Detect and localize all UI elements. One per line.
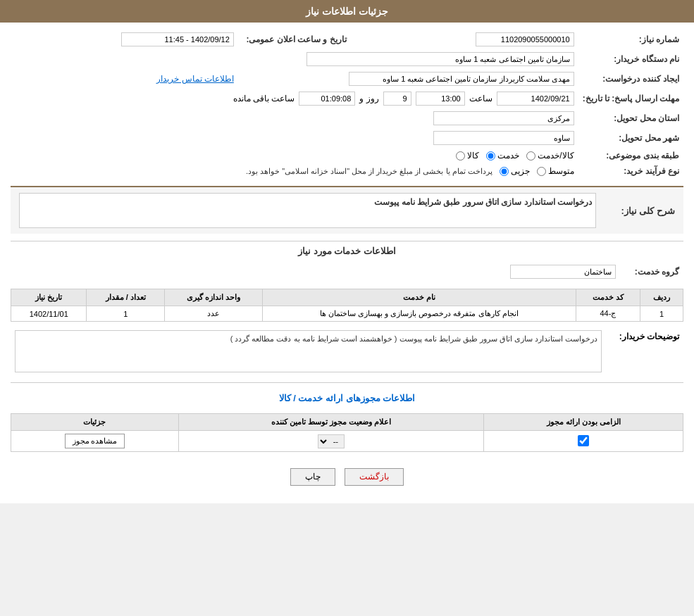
page-header: جزئیات اطلاعات نیاز (0, 0, 694, 23)
cell-name: انجام کارهای متفرقه درخصوص بازسازی و بهس… (262, 306, 576, 322)
table-row: 1 ج-44 انجام کارهای متفرقه درخصوص بازساز… (11, 306, 683, 322)
buyer-org-input[interactable] (306, 52, 574, 66)
perm-col-required: الزامی بودن ارائه مجوز (484, 414, 683, 431)
permissions-section-title: اطلاعات مجوزهای ارائه خدمت / کالا (11, 389, 683, 408)
footer-buttons: بازگشت چاپ (11, 458, 683, 496)
subject-type-value: کالا/خدمت خدمت کالا (11, 148, 578, 163)
purchase-radio-small-input[interactable] (500, 167, 509, 176)
col-header-name: نام خدمت (262, 289, 576, 306)
subject-radio-khedmat-input[interactable] (486, 151, 495, 161)
perm-details-cell: مشاهده مجوز (11, 431, 179, 452)
deadline-value: ساعت روز و ساعت باقی مانده (11, 89, 578, 108)
purchase-type-note: پرداخت تمام یا بخشی از مبلغ خریدار از مح… (246, 167, 492, 176)
subject-radio-khedmat-label: خدمت (497, 151, 519, 161)
subject-radio-kala-input[interactable] (456, 151, 465, 161)
col-header-row: ردیف (640, 289, 683, 306)
service-group-value (11, 262, 620, 282)
need-description-section: شرح کلی نیاز: درخواست استاندارد سازی اتا… (11, 186, 683, 234)
time-label: ساعت (469, 94, 492, 103)
cell-unit: عدد (165, 306, 263, 322)
service-group-input[interactable] (510, 265, 616, 279)
purchase-radio-medium[interactable]: متوسط (537, 166, 574, 176)
purchase-radio-medium-input[interactable] (537, 167, 546, 176)
delivery-province-value (11, 108, 578, 128)
buyer-notes-label: توضیحات خریدار: (606, 327, 683, 375)
deadline-days-input[interactable] (383, 92, 411, 106)
page-container: جزئیات اطلاعات نیاز شماره نیاز: تاریخ و … (0, 0, 694, 503)
back-button[interactable]: بازگشت (345, 468, 404, 486)
need-description-table: شرح کلی نیاز: درخواست استاندارد سازی اتا… (18, 191, 676, 230)
purchase-radio-small[interactable]: جزیی (500, 166, 530, 176)
cell-qty: 1 (87, 306, 165, 322)
need-description-label: شرح کلی نیاز: (597, 193, 675, 228)
subject-radio-kala-khedmat-input[interactable] (526, 151, 535, 161)
print-button[interactable]: چاپ (290, 468, 335, 486)
buyer-org-label: نام دستگاه خریدار: (578, 49, 683, 69)
purchase-small-label: جزیی (511, 166, 530, 176)
perm-table-row: -- مشاهده مجوز (11, 431, 683, 452)
col-header-unit: واحد اندازه گیری (165, 289, 263, 306)
subject-radio-kala-khedmat[interactable]: کالا/خدمت (526, 151, 574, 161)
buyer-notes-value: درخواست استاندارد سازی اتاق سرور طبق شرا… (11, 327, 606, 375)
subject-type-label: طبقه بندی موضوعی: (578, 148, 683, 163)
need-description-value: درخواست استاندارد سازی اتاق سرور طبق شرا… (19, 193, 596, 228)
info-table: شماره نیاز: تاریخ و ساعت اعلان عمومی: نا… (11, 30, 683, 179)
purchase-type-value: متوسط جزیی پرداخت تمام یا بخشی از مبلغ خ… (11, 163, 578, 179)
delivery-city-value (11, 128, 578, 148)
subject-radio-kala[interactable]: کالا (456, 151, 479, 161)
creator-input[interactable] (349, 72, 574, 86)
deadline-remaining-input[interactable] (299, 92, 355, 106)
creator-label: ایجاد کننده درخواست: (578, 69, 683, 89)
creator-value (238, 69, 578, 89)
remaining-label: ساعت باقی مانده (233, 94, 295, 103)
perm-status-select[interactable]: -- (318, 434, 345, 448)
contact-link-cell: اطلاعات تماس خریدار (11, 69, 238, 89)
subject-radio-kala-label: کالا (467, 151, 479, 161)
services-section-title: اطلاعات خدمات مورد نیاز (11, 241, 683, 256)
service-group-table: گروه خدمت: (11, 262, 683, 282)
buyer-notes-table: توضیحات خریدار: درخواست استاندارد سازی ا… (11, 327, 683, 375)
contact-info-link[interactable]: اطلاعات تماس خریدار (156, 74, 234, 84)
need-number-label: شماره نیاز: (578, 30, 683, 49)
view-permit-button[interactable]: مشاهده مجوز (65, 434, 125, 448)
buyer-org-value (11, 49, 578, 69)
col-header-code: کد خدمت (576, 289, 640, 306)
main-content: شماره نیاز: تاریخ و ساعت اعلان عمومی: نا… (0, 23, 694, 503)
cell-code: ج-44 (576, 306, 640, 322)
announcement-date-input[interactable] (121, 32, 234, 46)
delivery-city-label: شهر محل تحویل: (578, 128, 683, 148)
perm-required-checkbox[interactable] (578, 435, 589, 446)
divider (11, 382, 683, 383)
cell-date: 1402/11/01 (11, 306, 87, 322)
delivery-province-label: استان محل تحویل: (578, 108, 683, 128)
service-group-label: گروه خدمت: (620, 262, 683, 282)
services-table: ردیف کد خدمت نام خدمت واحد اندازه گیری ت… (11, 289, 683, 322)
delivery-province-input[interactable] (433, 111, 574, 125)
subject-radio-kala-khedmat-label: کالا/خدمت (538, 151, 574, 161)
col-header-qty: تعداد / مقدار (87, 289, 165, 306)
need-number-input[interactable] (476, 32, 574, 46)
purchase-type-label: نوع فرآیند خرید: (578, 163, 683, 179)
announcement-date-label: تاریخ و ساعت اعلان عمومی: (238, 30, 351, 49)
purchase-medium-label: متوسط (548, 166, 574, 176)
buyer-notes-text: درخواست استاندارد سازی اتاق سرور طبق شرا… (15, 330, 602, 372)
perm-col-details: جزئیات (11, 414, 179, 431)
permissions-table: الزامی بودن ارائه مجوز اعلام وضعیت مجوز … (11, 413, 683, 452)
days-label: روز و (359, 94, 378, 103)
cell-row: 1 (640, 306, 683, 322)
col-header-date: تاریخ نیاز (11, 289, 87, 306)
deadline-label: مهلت ارسال پاسخ: تا تاریخ: (578, 89, 683, 108)
deadline-date-input[interactable] (497, 92, 574, 106)
page-title: جزئیات اطلاعات نیاز (306, 6, 388, 17)
perm-required-cell (484, 431, 683, 452)
announcement-date-value (11, 30, 238, 49)
need-number-value (351, 30, 578, 49)
perm-status-cell: -- (178, 431, 483, 452)
subject-radio-khedmat[interactable]: خدمت (486, 151, 519, 161)
need-description-text: درخواست استاندارد سازی اتاق سرور طبق شرا… (19, 193, 596, 228)
deadline-time-input[interactable] (416, 92, 465, 106)
perm-col-status: اعلام وضعیت مجوز توسط تامین کننده (178, 414, 483, 431)
delivery-city-input[interactable] (433, 131, 574, 145)
